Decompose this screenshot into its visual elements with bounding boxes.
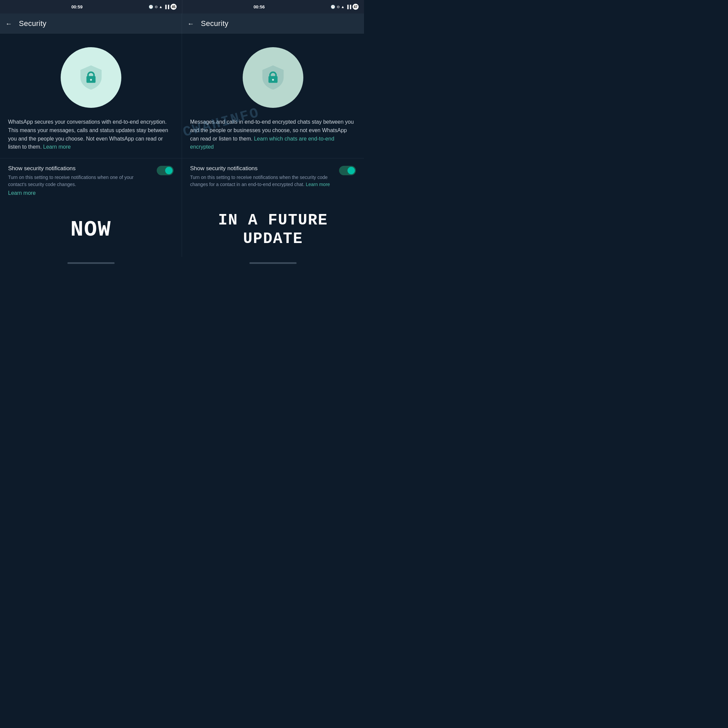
alarm-icon: 🕐 [148,5,153,9]
bottom-left-panel: now [0,203,182,257]
alarm-icon-r: 🕐 [330,5,335,9]
left-desc-section: WhatsApp secures your conversations with… [0,115,182,158]
left-icon-section [0,34,182,115]
back-button-right[interactable]: ← [187,20,194,28]
left-learn-more-link[interactable]: Learn more [43,144,71,150]
left-status-icons: 🕐 ⊖ ▲ ▐▐ 45 [148,4,177,10]
app-bar-right: ← Security [182,14,364,34]
left-notif-row: Show security notifications Turn on this… [8,165,174,196]
page-title-left: Security [19,19,46,28]
left-notif-section: Show security notifications Turn on this… [0,158,182,203]
right-notif-section: Show security notifications Turn on this… [182,158,364,195]
right-notif-desc: Turn on this setting to receive notifica… [190,174,335,188]
right-shield-circle [243,47,303,108]
battery-right: 47 [353,4,359,10]
svg-point-2 [90,79,92,81]
wifi-icon-r: ▲ [341,5,345,9]
bottom-right-label: IN A FUTUREUPDATE [218,211,328,248]
right-desc-section: Messages and calls in end-to-end encrypt… [182,115,364,158]
app-bar-left: ← Security [0,14,182,34]
minus-icon: ⊖ [155,5,158,9]
left-toggle-thumb [165,167,173,174]
left-notif-learn-link[interactable]: Learn more [8,190,36,196]
right-notif-learn-link[interactable]: Learn more [306,182,330,187]
nav-pill-right [249,262,297,264]
page-title-right: Security [201,19,228,28]
right-toggle-thumb [347,167,355,174]
left-time: 00:59 [5,5,148,9]
left-panel: WhatsApp secures your conversations with… [0,34,182,203]
bottom-section: now IN A FUTUREUPDATE [0,203,364,257]
left-notif-text: Show security notifications Turn on this… [8,165,153,196]
svg-point-5 [272,79,274,81]
right-icon-section [182,34,364,115]
right-toggle-track [339,166,356,175]
left-description-text: WhatsApp secures your conversations with… [8,119,168,150]
right-notif-text: Show security notifications Turn on this… [190,165,335,188]
back-button-left[interactable]: ← [5,20,12,28]
signal-icon-r: ▐▐ [346,5,351,9]
left-toggle-track [157,166,174,175]
status-bar: 00:59 🕐 ⊖ ▲ ▐▐ 45 00:56 🕐 ⊖ ▲ ▐▐ 47 [0,0,364,14]
status-bar-left: 00:59 🕐 ⊖ ▲ ▐▐ 45 [0,0,182,14]
status-bar-right: 00:56 🕐 ⊖ ▲ ▐▐ 47 [182,0,364,14]
bottom-right-panel: IN A FUTUREUPDATE [182,203,364,257]
left-toggle[interactable] [157,166,174,175]
lock-shield-icon-right [258,62,288,93]
signal-icon: ▐▐ [164,5,169,9]
app-bars: ← Security ← Security [0,14,364,34]
right-status-icons: 🕐 ⊖ ▲ ▐▐ 47 [330,4,359,10]
battery-left: 45 [171,4,177,10]
wifi-icon: ▲ [159,5,163,9]
right-toggle[interactable] [339,166,356,175]
left-notif-title: Show security notifications [8,165,153,172]
right-notif-row: Show security notifications Turn on this… [190,165,356,188]
left-notif-desc: Turn on this setting to receive notifica… [8,174,153,188]
nav-bar [0,257,364,269]
right-notif-title: Show security notifications [190,165,335,172]
main-content: WhatsApp secures your conversations with… [0,34,364,203]
left-shield-circle [61,47,121,108]
lock-shield-icon-left [76,62,106,93]
minus-icon-r: ⊖ [337,5,340,9]
nav-pill-left [67,262,115,264]
right-panel: Messages and calls in end-to-end encrypt… [182,34,364,203]
right-time: 00:56 [188,5,330,9]
bottom-left-label: now [70,218,111,242]
